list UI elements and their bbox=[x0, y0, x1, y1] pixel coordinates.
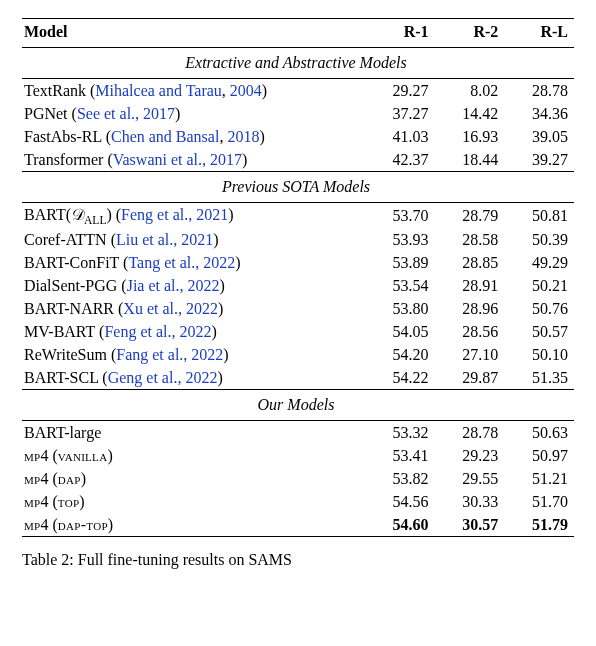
citation-link[interactable]: Feng et al., 2022 bbox=[104, 323, 211, 340]
metric-r2: 28.56 bbox=[435, 320, 505, 343]
header-row: Model R-1 R-2 R-L bbox=[22, 19, 574, 48]
model-cell: MV-BART (Feng et al., 2022) bbox=[22, 320, 365, 343]
citation-link[interactable]: Fang et al., 2022 bbox=[116, 346, 223, 363]
metric-r2: 29.23 bbox=[435, 444, 505, 467]
citation-link[interactable]: Liu et al., 2021 bbox=[116, 231, 213, 248]
metric-r2: 27.10 bbox=[435, 343, 505, 366]
metric-r1: 29.27 bbox=[365, 79, 435, 103]
section-title-row: Extractive and Abstractive Models bbox=[22, 48, 574, 79]
metric-rl: 39.27 bbox=[504, 148, 574, 172]
table-row: BART-large53.3228.7850.63 bbox=[22, 421, 574, 445]
metric-r1: 53.93 bbox=[365, 228, 435, 251]
metric-r1: 53.82 bbox=[365, 467, 435, 490]
table-row: mp4 (dap)53.8229.5551.21 bbox=[22, 467, 574, 490]
metric-r2: 28.96 bbox=[435, 297, 505, 320]
citation-link[interactable]: Feng et al., 2021 bbox=[121, 206, 228, 223]
metric-rl: 50.97 bbox=[504, 444, 574, 467]
table-row: mp4 (vanilla)53.4129.2350.97 bbox=[22, 444, 574, 467]
caption-prefix: Table 2: bbox=[22, 551, 74, 568]
citation-year-link[interactable]: 2018 bbox=[227, 128, 259, 145]
section-title: Extractive and Abstractive Models bbox=[22, 48, 574, 79]
model-cell: BART-NARR (Xu et al., 2022) bbox=[22, 297, 365, 320]
model-cell: mp4 (dap-top) bbox=[22, 513, 365, 537]
metric-r1: 37.27 bbox=[365, 102, 435, 125]
metric-r1: 54.05 bbox=[365, 320, 435, 343]
model-cell: BART-SCL (Geng et al., 2022) bbox=[22, 366, 365, 390]
metric-r2: 18.44 bbox=[435, 148, 505, 172]
col-rl: R-L bbox=[504, 19, 574, 48]
section-title: Our Models bbox=[22, 390, 574, 421]
metric-r1: 54.60 bbox=[365, 513, 435, 537]
col-r2: R-2 bbox=[435, 19, 505, 48]
table-row: BART(𝒟ALL) (Feng et al., 2021)53.7028.79… bbox=[22, 203, 574, 229]
table-row: FastAbs-RL (Chen and Bansal, 2018)41.031… bbox=[22, 125, 574, 148]
metric-r2: 28.58 bbox=[435, 228, 505, 251]
citation-link[interactable]: Geng et al., 2022 bbox=[108, 369, 218, 386]
metric-r2: 29.55 bbox=[435, 467, 505, 490]
table-row: Transformer (Vaswani et al., 2017)42.371… bbox=[22, 148, 574, 172]
metric-r2: 30.33 bbox=[435, 490, 505, 513]
citation-link[interactable]: Jia et al., 2022 bbox=[127, 277, 220, 294]
metric-r2: 29.87 bbox=[435, 366, 505, 390]
metric-r1: 41.03 bbox=[365, 125, 435, 148]
metric-r1: 53.41 bbox=[365, 444, 435, 467]
model-cell: FastAbs-RL (Chen and Bansal, 2018) bbox=[22, 125, 365, 148]
model-cell: mp4 (top) bbox=[22, 490, 365, 513]
table-row: mp4 (dap-top)54.6030.5751.79 bbox=[22, 513, 574, 537]
metric-r2: 28.78 bbox=[435, 421, 505, 445]
metric-rl: 51.21 bbox=[504, 467, 574, 490]
metric-rl: 51.79 bbox=[504, 513, 574, 537]
table-row: DialSent-PGG (Jia et al., 2022)53.5428.9… bbox=[22, 274, 574, 297]
metric-r2: 30.57 bbox=[435, 513, 505, 537]
citation-link[interactable]: Chen and Bansal bbox=[111, 128, 219, 145]
model-cell: PGNet (See et al., 2017) bbox=[22, 102, 365, 125]
metric-r2: 14.42 bbox=[435, 102, 505, 125]
table-row: Coref-ATTN (Liu et al., 2021)53.9328.585… bbox=[22, 228, 574, 251]
citation-link[interactable]: See et al., 2017 bbox=[77, 105, 175, 122]
model-cell: Coref-ATTN (Liu et al., 2021) bbox=[22, 228, 365, 251]
table-row: mp4 (top)54.5630.3351.70 bbox=[22, 490, 574, 513]
metric-r1: 53.70 bbox=[365, 203, 435, 229]
table-row: BART-ConFiT (Tang et al., 2022)53.8928.8… bbox=[22, 251, 574, 274]
metric-r1: 42.37 bbox=[365, 148, 435, 172]
model-cell: BART-large bbox=[22, 421, 365, 445]
metric-r1: 53.80 bbox=[365, 297, 435, 320]
citation-link[interactable]: Mihalcea and Tarau bbox=[95, 82, 222, 99]
metric-rl: 50.21 bbox=[504, 274, 574, 297]
metric-r1: 53.89 bbox=[365, 251, 435, 274]
table-row: BART-NARR (Xu et al., 2022)53.8028.9650.… bbox=[22, 297, 574, 320]
col-r1: R-1 bbox=[365, 19, 435, 48]
metric-rl: 50.81 bbox=[504, 203, 574, 229]
metric-r1: 54.56 bbox=[365, 490, 435, 513]
model-cell: TextRank (Mihalcea and Tarau, 2004) bbox=[22, 79, 365, 103]
metric-r1: 53.54 bbox=[365, 274, 435, 297]
metric-rl: 49.29 bbox=[504, 251, 574, 274]
citation-link[interactable]: Tang et al., 2022 bbox=[128, 254, 235, 271]
metric-rl: 34.36 bbox=[504, 102, 574, 125]
metric-r2: 16.93 bbox=[435, 125, 505, 148]
metric-r2: 28.85 bbox=[435, 251, 505, 274]
metric-r2: 8.02 bbox=[435, 79, 505, 103]
citation-link[interactable]: Xu et al., 2022 bbox=[123, 300, 218, 317]
model-cell: mp4 (vanilla) bbox=[22, 444, 365, 467]
metric-r1: 54.20 bbox=[365, 343, 435, 366]
model-cell: DialSent-PGG (Jia et al., 2022) bbox=[22, 274, 365, 297]
citation-year-link[interactable]: 2004 bbox=[230, 82, 262, 99]
table-row: MV-BART (Feng et al., 2022)54.0528.5650.… bbox=[22, 320, 574, 343]
table-row: BART-SCL (Geng et al., 2022)54.2229.8751… bbox=[22, 366, 574, 390]
metric-rl: 51.70 bbox=[504, 490, 574, 513]
metric-rl: 39.05 bbox=[504, 125, 574, 148]
col-model: Model bbox=[22, 19, 365, 48]
citation-link[interactable]: Vaswani et al., 2017 bbox=[113, 151, 242, 168]
table-body: Extractive and Abstractive ModelsTextRan… bbox=[22, 48, 574, 537]
metric-rl: 50.10 bbox=[504, 343, 574, 366]
table-row: ReWriteSum (Fang et al., 2022)54.2027.10… bbox=[22, 343, 574, 366]
metric-rl: 50.57 bbox=[504, 320, 574, 343]
metric-r1: 54.22 bbox=[365, 366, 435, 390]
model-cell: ReWriteSum (Fang et al., 2022) bbox=[22, 343, 365, 366]
model-cell: BART-ConFiT (Tang et al., 2022) bbox=[22, 251, 365, 274]
metric-rl: 50.63 bbox=[504, 421, 574, 445]
results-table: Model R-1 R-2 R-L Extractive and Abstrac… bbox=[22, 18, 574, 537]
section-title-row: Previous SOTA Models bbox=[22, 172, 574, 203]
metric-rl: 51.35 bbox=[504, 366, 574, 390]
